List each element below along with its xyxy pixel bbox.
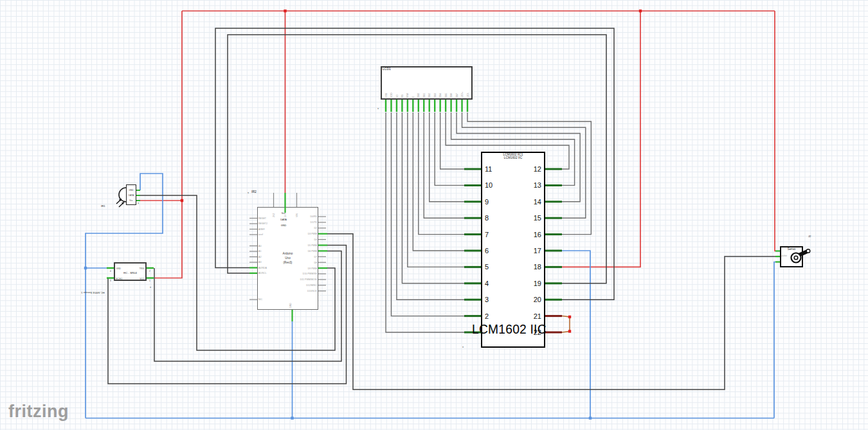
wire-ground-lcm-pin17[interactable] [562,251,590,418]
wire-ground-ir1[interactable] [86,174,163,418]
schematic-canvas: VSSVDDV0RSR/WEDB0DB1DB2DB3DB4DB5DB6DB7LE… [0,0,868,430]
arduino-pin-label-D4: D4 [314,238,317,241]
wire-power-ir1-hcsr04[interactable] [154,11,182,278]
arduino-title-line2: Uno [268,256,307,260]
ir2-designator: IR2 [251,190,257,194]
hcsr04-title: HC - SR04 [114,272,147,275]
junction-dot [589,417,592,419]
wire-ground-servo[interactable] [774,262,775,418]
wire-layer: VSSVDDV0RSR/WEDB0DB1DB2DB3DB4DB5DB6DB7LE… [0,0,868,430]
hcsr04-pin-number-4: 4 [110,270,111,273]
wire-lcd5-to-lcm5[interactable] [408,112,464,267]
wire-lcd3-to-lcm3[interactable] [397,112,464,300]
junction-dot [284,10,286,12]
asterisk-mark: * [138,202,140,206]
lcm-pin-number-4: 4 [485,280,489,287]
lcd-pin-label-VSS: VSS [385,93,388,98]
asterisk-mark: * [150,286,152,290]
servo-title: Servo [780,247,803,251]
servo-horn-tip-icon [806,249,810,253]
arduino-title: Arduino Uno (Rev3) [268,251,307,265]
lcm-pin-number-18: 18 [534,263,541,271]
junction-dot [84,267,87,269]
lcm-pin-number-8: 8 [485,214,489,222]
lcm-pin-number-2: 2 [485,312,489,320]
arduino-title-line1: Arduino [268,251,307,256]
junction-dot [639,10,642,12]
wire-lcd7-to-lcm7[interactable] [419,112,464,235]
lcd-pin-label-DB6: DB6 [450,93,453,98]
lcm-refdes-line2: LCM1602 IIC [481,156,545,159]
wire-lcd12-to-lcm12[interactable] [446,112,569,169]
lcd-pin-label-DB1: DB1 [423,93,426,98]
arduino-pin-label-A5/SCL: A5/SCL [258,272,266,274]
lcm-pin-number-19: 19 [534,280,541,287]
arduino-pin-label-3V3: 3V3 [273,213,275,217]
lcm-pin-number-20: 20 [534,296,541,303]
hcsr04-caption: HC-SR04 Sensor 1 [81,291,105,294]
lcm-pin-number-11: 11 [485,165,492,173]
arduino-pin-label-GND: GND [289,303,292,308]
lcm-pin-number-21: 21 [534,312,541,320]
wire-lcd13-to-lcm13[interactable] [451,112,575,185]
ir2-pin-label-Vcc: Vcc [282,212,285,215]
lcm-pin-number-15: 15 [534,214,541,222]
arduino-pin-label-D10 PWM/SS: D10 PWM/SS [303,273,318,275]
lcd-pin-label-LED-: LED- [467,92,469,98]
ir2-pin-label-DATA: DATA [280,219,287,221]
hcsr04-pin-label-trig: TRIG [139,267,144,270]
arduino-pin-label-A0: A0 [258,245,261,247]
arduino-pin-label-A2: A2 [258,256,261,258]
arduino-pin-label-AREF: AREF [258,228,265,231]
wire-power-servo[interactable] [775,11,775,251]
lcd-pin-label-DB7: DB7 [456,93,458,98]
ir1-pin-label-DATA: DATA [129,194,134,197]
arduino-pin-label-N/C: N/C [258,298,263,301]
lcd-pin-label-DB3: DB3 [434,93,437,98]
hcsr04-pin-number-3: 3 [110,280,111,282]
arduino-pin-label-D1/TX: D1/TX [311,221,318,224]
wire-a5-scl-to-lcm19[interactable] [228,35,606,283]
lcd-pin-label-R/W: R/W [406,93,409,98]
lcm-pin-number-9: 9 [485,198,489,206]
arduino-pin-label-D11 PWM/MOSI: D11 PWM/MOSI [300,278,317,281]
lcd-pin-label-RS: RS [401,94,404,98]
hcsr04-pin-number-2: 2 [149,270,150,273]
hcsr04-pin-label-echo: ECHO [116,278,123,280]
wire-d3-to-servo-pulse[interactable] [327,234,775,390]
hcsr04-pin-label-gnd: GND [116,267,122,270]
wire-lcd11-to-lcm11[interactable] [440,112,464,169]
lcd-pin-label-DB0: DB0 [417,93,420,98]
lcd-pin-label-LED+: LED+ [461,92,464,98]
arduino-pin-label-D8: D8 [314,262,317,264]
arduino-pin-label-D13/SCK: D13/SCK [307,290,318,292]
asterisk-mark: * [248,192,249,195]
servo-horn-hub-hole-icon [794,256,798,260]
asterisk-mark: * [462,346,464,350]
wire-lcd4-to-lcm4[interactable] [402,112,464,283]
lcd-pin-label-DB5: DB5 [445,93,448,98]
arduino-pin-label-D3 PWM: D3 PWM [308,233,317,235]
junction-dot [291,417,293,419]
arduino-pin-label-A1: A1 [258,250,261,253]
arduino-pin-label-VIN: VIN [296,213,298,217]
lcm-pin-number-3: 3 [485,296,489,303]
arduino-title-line3: (Rev3) [268,260,307,265]
lcm-pin-number-7: 7 [485,231,489,238]
arduino-pin-label-D9 PWM: D9 PWM [308,267,317,270]
arduino-pin-label-A4/SDA: A4/SDA [258,267,267,269]
arduino-pin-label-A3: A3 [258,261,261,264]
lcm-pin-number-14: 14 [534,198,541,206]
arduino-pin-label-ioref: ioref [258,233,263,236]
wire-lcd8-to-lcm8[interactable] [424,112,464,218]
lcd-pin-label-V0: V0 [396,95,399,98]
servo-pulse-pin-label: pulse [782,255,788,258]
junction-dot [568,316,571,318]
lcd-pin-label-E: E [412,96,415,98]
arduino-pin-label-D2: D2 [314,227,317,229]
wire-lcm-jumper-21-22[interactable] [562,316,570,332]
lcd-designator: LCD1 [383,67,391,71]
ir1-pin-label-Vcc: Vcc [129,199,133,202]
wire-lcd10-to-lcm10[interactable] [435,112,464,185]
ir1-pin-label-GND: GND [129,189,134,192]
